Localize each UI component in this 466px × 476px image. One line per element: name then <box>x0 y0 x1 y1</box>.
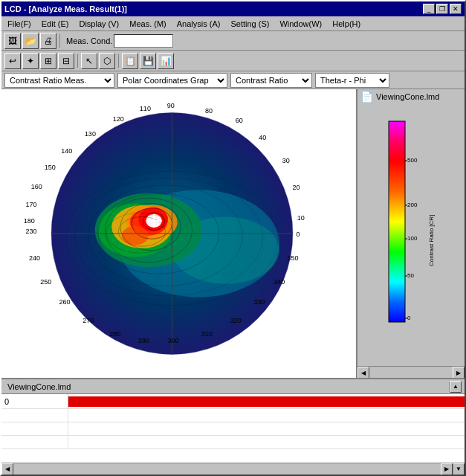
scroll-left-btn[interactable]: ◀ <box>357 367 369 378</box>
chart-area: 90 80 60 40 30 20 10 0 350 340 330 320 3… <box>1 89 357 378</box>
svg-text:10: 10 <box>297 214 305 222</box>
svg-text:320: 320 <box>230 317 242 324</box>
svg-text:110: 110 <box>140 105 151 112</box>
file-item[interactable]: 📄 ViewingCone.lmd <box>357 89 465 104</box>
svg-text:300: 300 <box>168 337 179 344</box>
tool-btn-3[interactable]: ⊞ <box>40 53 56 69</box>
tool-btn-9[interactable]: 📊 <box>158 53 174 69</box>
svg-text:310: 310 <box>201 330 213 338</box>
svg-text:200: 200 <box>407 202 418 208</box>
tool-btn-2[interactable]: ✦ <box>22 53 39 69</box>
svg-text:0: 0 <box>297 231 300 239</box>
svg-text:330: 330 <box>253 298 265 306</box>
scroll-right-btn[interactable]: ▶ <box>453 367 465 378</box>
bottom-scrollbar: ◀ ▶ ▼ <box>1 463 465 475</box>
svg-text:280: 280 <box>109 330 120 338</box>
menu-bar: File(F) Edit (E) Display (V) Meas. (M) A… <box>1 16 465 31</box>
bottom-header: ViewingCone.lmd ▲ <box>1 379 465 394</box>
separator1 <box>59 34 60 48</box>
dropdown-axis-type[interactable]: Theta-r - Phi <box>315 73 389 88</box>
bottom-scroll-down[interactable]: ▼ <box>453 463 465 475</box>
svg-rect-67 <box>389 121 405 322</box>
file-label: ViewingCone.lmd <box>376 92 439 101</box>
svg-text:90: 90 <box>167 102 175 109</box>
row-label-1 <box>1 409 68 422</box>
bottom-scroll-right[interactable]: ▶ <box>441 463 453 475</box>
main-window: LCD - [Analyze Meas. Result(1)] _ ❐ ✕ Fi… <box>0 0 466 476</box>
row-label-0: 0 <box>1 394 68 408</box>
bottom-scroll-up[interactable]: ▲ <box>450 381 462 393</box>
red-bar-0 <box>68 396 465 407</box>
svg-text:50: 50 <box>407 272 414 279</box>
svg-text:180: 180 <box>24 217 35 225</box>
bottom-header-scroll: ▲ <box>450 381 462 393</box>
bottom-header-cell: ViewingCone.lmd <box>4 382 450 392</box>
dropdowns-bar: Contrast Ratio Meas. Polar Coordinates G… <box>1 71 465 89</box>
svg-text:20: 20 <box>292 184 300 191</box>
menu-analysis[interactable]: Analysis (A) <box>172 19 225 29</box>
svg-text:150: 150 <box>45 164 56 171</box>
svg-text:230: 230 <box>25 228 36 235</box>
menu-window[interactable]: Window(W) <box>275 19 326 29</box>
svg-text:160: 160 <box>31 183 42 190</box>
svg-text:30: 30 <box>282 157 290 164</box>
svg-text:250: 250 <box>40 278 51 286</box>
polar-chart-svg: 90 80 60 40 30 20 10 0 350 340 330 320 3… <box>1 89 356 378</box>
separator3 <box>118 54 119 68</box>
print-button[interactable]: 🖨 <box>40 33 56 49</box>
bottom-scroll-left[interactable]: ◀ <box>1 463 13 475</box>
menu-setting[interactable]: Setting (S) <box>226 19 274 29</box>
tool-btn-7[interactable]: 📋 <box>122 53 138 69</box>
colorbar-container: 500 200 100 50 0 Contrast Ratio [CR] <box>357 104 465 366</box>
meas-cond-label: Meas. Cond. <box>66 36 112 45</box>
tool-btn-6[interactable]: ⬡ <box>99 53 115 69</box>
svg-text:260: 260 <box>59 298 71 306</box>
right-panel-scrollbar: ◀ ▶ <box>357 366 465 378</box>
menu-file[interactable]: File(F) <box>3 19 36 29</box>
svg-text:170: 170 <box>25 201 36 208</box>
svg-text:0: 0 <box>407 315 411 321</box>
svg-text:500: 500 <box>407 157 418 164</box>
colorbar-svg: 500 200 100 50 0 Contrast Ratio [CR] <box>385 118 437 333</box>
menu-help[interactable]: Help(H) <box>328 19 365 29</box>
meas-cond-input[interactable] <box>114 34 173 48</box>
dropdown-meas-type[interactable]: Contrast Ratio Meas. <box>4 73 114 88</box>
separator2 <box>77 54 78 68</box>
svg-text:140: 140 <box>61 147 72 155</box>
dropdown-graph-type[interactable]: Polar Coordinates Grap <box>117 73 227 88</box>
row-label-2 <box>1 422 68 435</box>
tool-btn-5[interactable]: ↖ <box>81 53 97 69</box>
table-row <box>1 409 465 422</box>
open-button[interactable]: 📂 <box>22 33 39 49</box>
bottom-panel: ViewingCone.lmd ▲ 0 <box>1 378 465 475</box>
dropdown-display-type[interactable]: Contrast Ratio <box>230 73 312 88</box>
svg-text:80: 80 <box>205 107 213 115</box>
svg-text:130: 130 <box>85 130 96 138</box>
row-bar-0 <box>68 394 465 408</box>
file-icon: 📄 <box>360 91 373 103</box>
table-row <box>1 436 465 449</box>
restore-button[interactable]: ❐ <box>436 4 448 14</box>
row-bar-1 <box>68 409 465 422</box>
title-bar: LCD - [Analyze Meas. Result(1)] _ ❐ ✕ <box>1 1 465 16</box>
menu-display[interactable]: Display (V) <box>74 19 123 29</box>
svg-text:Contrast Ratio [CR]: Contrast Ratio [CR] <box>428 215 435 266</box>
tool-btn-4[interactable]: ⊟ <box>58 53 74 69</box>
close-button[interactable]: ✕ <box>450 4 462 14</box>
table-row: 0 <box>1 394 465 409</box>
toolbar1: 🖼 📂 🖨 Meas. Cond. <box>1 31 465 51</box>
svg-text:350: 350 <box>287 254 298 262</box>
svg-text:270: 270 <box>82 317 94 324</box>
svg-text:60: 60 <box>236 117 243 124</box>
tool-btn-1[interactable]: ↩ <box>4 53 21 69</box>
row-label-3 <box>1 436 68 448</box>
menu-meas[interactable]: Meas. (M) <box>125 19 171 29</box>
new-button[interactable]: 🖼 <box>4 33 21 49</box>
tool-btn-8[interactable]: 💾 <box>140 53 156 69</box>
right-panel: 📄 ViewingCone.lmd <box>357 89 465 378</box>
menu-edit[interactable]: Edit (E) <box>37 19 74 29</box>
svg-text:40: 40 <box>259 134 266 141</box>
window-title: LCD - [Analyze Meas. Result(1)] <box>4 4 127 13</box>
table-row <box>1 422 465 436</box>
minimize-button[interactable]: _ <box>423 4 435 14</box>
